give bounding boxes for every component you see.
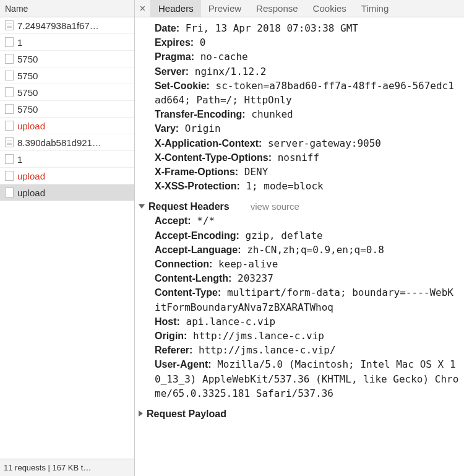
header-value: http://jms.lance-c.vip <box>187 330 324 342</box>
header-row: X-Application-Context: server-gateway:90… <box>146 136 459 150</box>
disclosure-down-icon <box>139 204 145 209</box>
close-icon[interactable]: × <box>135 0 151 17</box>
request-row[interactable]: upload <box>0 184 134 201</box>
header-key: Date: <box>155 23 179 33</box>
network-requests-panel: Name 7.24947938a1f67…15750575057505750up… <box>0 0 135 476</box>
request-name: 7.24947938a1f67… <box>17 20 99 31</box>
request-name: upload <box>17 121 45 131</box>
request-row[interactable]: 5750 <box>0 51 134 67</box>
document-icon <box>5 20 14 30</box>
header-key: Connection: <box>155 259 212 269</box>
header-key: Expires: <box>155 37 194 48</box>
tab-preview[interactable]: Preview <box>201 0 249 17</box>
header-row: Referer: http://jms.lance-c.vip/ <box>146 343 459 357</box>
header-row: X-XSS-Protection: 1; mode=block <box>146 179 459 193</box>
request-name: 8.390dab581d921… <box>17 137 101 148</box>
section-title: Request Payload <box>147 407 226 421</box>
tab-headers[interactable]: Headers <box>151 0 201 17</box>
header-key: Transfer-Encoding: <box>155 109 246 119</box>
request-payload-section[interactable]: Request Payload <box>139 407 459 421</box>
header-row: Expires: 0 <box>146 35 459 50</box>
request-name: 1 <box>17 37 22 48</box>
file-icon <box>5 37 14 47</box>
file-icon <box>5 121 14 131</box>
header-key: Pragma: <box>155 51 194 62</box>
name-column-header[interactable]: Name <box>0 0 134 17</box>
header-row: Pragma: no-cache <box>146 50 459 64</box>
header-key: X-Application-Context: <box>155 138 262 149</box>
header-value: chunked <box>246 108 293 120</box>
header-row: Origin: http://jms.lance-c.vip <box>146 329 459 343</box>
header-key: Host: <box>155 316 180 327</box>
header-key: Content-Length: <box>155 273 231 283</box>
header-value: DENY <box>238 166 268 178</box>
header-key: Accept: <box>155 215 191 226</box>
header-row: Content-Length: 203237 <box>146 271 459 285</box>
header-key: X-Content-Type-Options: <box>155 152 272 163</box>
header-value: nosniff <box>272 152 319 163</box>
header-row: Accept-Language: zh-CN,zh;q=0.9,en;q=0.8 <box>146 243 459 257</box>
request-name: 5750 <box>17 104 38 115</box>
header-key: Accept-Encoding: <box>155 230 239 241</box>
header-value: 1; mode=block <box>240 180 324 192</box>
header-row: Connection: keep-alive <box>146 257 459 271</box>
header-key: Vary: <box>155 123 179 134</box>
request-row[interactable]: 7.24947938a1f67… <box>0 17 134 34</box>
disclosure-right-icon <box>139 410 143 417</box>
header-value: api.lance-c.vip <box>180 316 275 327</box>
request-row[interactable]: 5750 <box>0 67 134 84</box>
request-row[interactable]: 5750 <box>0 101 134 118</box>
header-row: Accept-Encoding: gzip, deflate <box>146 228 459 243</box>
header-value: gzip, deflate <box>239 230 323 241</box>
details-tabs: × HeadersPreviewResponseCookiesTiming <box>135 0 464 17</box>
header-value: keep-alive <box>212 258 278 270</box>
file-icon <box>5 104 14 114</box>
header-value: http://jms.lance-c.vip/ <box>192 344 335 356</box>
request-row[interactable]: upload <box>0 118 134 134</box>
headers-content: Date: Fri, 13 Apr 2018 07:03:38 GMTExpir… <box>135 17 464 476</box>
header-key: Set-Cookie: <box>155 80 210 91</box>
header-key: Origin: <box>155 331 187 341</box>
header-value: no-cache <box>194 51 248 63</box>
header-row: User-Agent: Mozilla/5.0 (Macintosh; Inte… <box>146 357 459 400</box>
header-row: Date: Fri, 13 Apr 2018 07:03:38 GMT <box>146 21 459 35</box>
header-key: X-XSS-Protection: <box>155 181 240 191</box>
request-list: 7.24947938a1f67…15750575057505750upload8… <box>0 17 134 459</box>
tab-cookies[interactable]: Cookies <box>306 0 354 17</box>
header-value: 0 <box>194 37 205 48</box>
section-title: Request Headers <box>148 199 230 214</box>
request-name: 1 <box>17 154 22 165</box>
header-value: */* <box>191 215 215 227</box>
request-name: 5750 <box>17 54 38 64</box>
file-icon <box>5 87 14 97</box>
file-icon <box>5 188 14 197</box>
header-row: Vary: Origin <box>146 121 459 136</box>
file-icon <box>5 154 14 164</box>
header-value: zh-CN,zh;q=0.9,en;q=0.8 <box>241 244 384 256</box>
view-source-link[interactable]: view source <box>251 200 299 214</box>
tab-response[interactable]: Response <box>249 0 306 17</box>
request-name: upload <box>17 188 45 198</box>
request-name: upload <box>17 171 45 181</box>
request-row[interactable]: 1 <box>0 151 134 168</box>
request-row[interactable]: 5750 <box>0 84 134 101</box>
header-value: 203237 <box>231 272 273 284</box>
header-value: nginx/1.12.2 <box>189 66 266 77</box>
header-row: Transfer-Encoding: chunked <box>146 107 459 121</box>
header-key: User-Agent: <box>155 359 212 370</box>
header-key: Accept-Language: <box>155 244 241 255</box>
request-row[interactable]: 8.390dab581d921… <box>0 134 134 151</box>
header-key: Content-Type: <box>155 287 221 298</box>
request-row[interactable]: 1 <box>0 34 134 51</box>
request-row[interactable]: upload <box>0 168 134 184</box>
file-icon <box>5 71 14 80</box>
header-value: server-gateway:9050 <box>262 137 381 149</box>
header-row: Host: api.lance-c.vip <box>146 314 459 329</box>
tab-timing[interactable]: Timing <box>354 0 396 17</box>
header-row: X-Frame-Options: DENY <box>146 165 459 179</box>
header-row: Set-Cookie: sc-token=a78bad60-ff7a-48ff-… <box>146 79 459 107</box>
request-headers-section[interactable]: Request Headers view source <box>139 199 459 214</box>
header-row: Content-Type: multipart/form-data; bound… <box>146 285 459 314</box>
file-icon <box>5 54 14 64</box>
request-name: 5750 <box>17 71 38 81</box>
